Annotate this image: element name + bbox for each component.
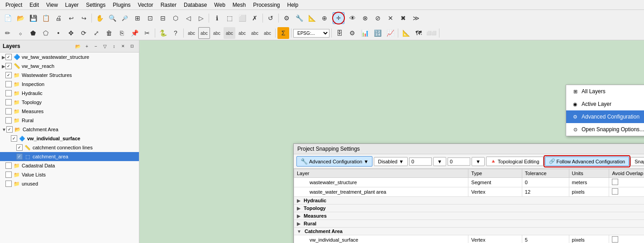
stats-btn[interactable]: 📈 (384, 27, 396, 39)
label6-btn[interactable]: abc (249, 27, 261, 39)
save-as-btn[interactable]: 📋 (40, 12, 52, 24)
layer-check-cal[interactable] (16, 153, 23, 160)
menu-database[interactable]: Database (180, 1, 210, 9)
menu-raster[interactable]: Raster (157, 1, 180, 9)
snap-trace-btn[interactable]: ⊗ (359, 12, 371, 24)
layers-sort-btn[interactable]: ↕ (110, 42, 118, 50)
layer-item-vw-reach[interactable]: ▶ 📏 vw_tww_reach (0, 62, 139, 71)
tolerance1-input[interactable] (409, 157, 432, 166)
menu-project[interactable]: Project (2, 1, 26, 9)
scale-btn[interactable]: ⤢ (91, 27, 102, 39)
select-btn[interactable]: ⬚ (224, 12, 235, 24)
zoom-out-btn[interactable]: 🔎 (119, 12, 131, 24)
raster-calc-btn[interactable]: 🔢 (372, 27, 383, 39)
paste-btn[interactable]: 📌 (129, 27, 140, 39)
deselect-btn[interactable]: ✗ (249, 12, 261, 24)
layer-check-topo[interactable] (5, 99, 12, 105)
layer-item-cadastral[interactable]: ▶ 📁 Cadastral Data (0, 161, 139, 170)
layer-check-vw-wastewater[interactable] (5, 54, 12, 60)
layer-item-unused[interactable]: ▶ 📁 unused (0, 179, 139, 188)
snap-options-btn[interactable]: 📐 (306, 12, 318, 24)
digitize-btn[interactable]: ✏ (2, 27, 14, 39)
layers-open-btn[interactable]: 📂 (74, 42, 82, 50)
table-row-rural[interactable]: ▶ Rural (294, 220, 644, 228)
menu-view[interactable]: View (43, 1, 62, 9)
zoom-next-btn[interactable]: ▷ (195, 12, 207, 24)
redo-btn[interactable]: ↪ (78, 12, 90, 24)
layers-close-btn[interactable]: ✕ (119, 42, 127, 50)
layer-check-vw-reach[interactable] (5, 63, 12, 69)
undo-btn[interactable]: ↩ (65, 12, 77, 24)
new-project-btn[interactable]: 📄 (2, 12, 14, 24)
label4-btn[interactable]: abc (224, 27, 235, 39)
help-btn[interactable]: ? (170, 27, 181, 39)
field-calc-btn[interactable]: Σ (277, 27, 289, 39)
dropdown-item-advanced-config[interactable]: ⚙ Advanced Configuration ↗ (566, 110, 644, 123)
layers-remove-btn[interactable]: − (92, 42, 100, 50)
table-row-measures[interactable]: ▶ Measures (294, 212, 644, 220)
disabled-btn[interactable]: Disabled ▼ (374, 157, 408, 166)
dropdown-item-open-snapping[interactable]: ⊙ Open Snapping Options... (566, 123, 644, 136)
select-poly-btn[interactable]: ⬜ (236, 12, 248, 24)
layer-check-rural[interactable] (5, 117, 12, 124)
processing-hist-btn[interactable]: 📊 (359, 27, 371, 39)
db-manager-btn[interactable]: 🗄 (334, 27, 345, 39)
layer-check-cc[interactable] (16, 144, 23, 151)
layer-check-ws[interactable] (5, 72, 12, 78)
table-row-vw-individual[interactable]: vw_individual_surface Vertex 5 pixels no… (294, 235, 644, 243)
layer-item-value-lists[interactable]: ▶ 📁 Value Lists (0, 170, 139, 179)
avoid-check-ws[interactable] (612, 179, 618, 185)
layers-add-btn[interactable]: + (83, 42, 91, 50)
copy-btn[interactable]: ⎘ (116, 27, 128, 39)
layer-check-hyd[interactable] (5, 90, 12, 96)
layer-item-hydraulic[interactable]: ▶ 📁 Hydraulic (0, 89, 139, 98)
snap-enable-btn[interactable]: 🔧 (293, 12, 305, 24)
zoom-full-btn[interactable]: ⊞ (132, 12, 143, 24)
layer-item-vw-wastewater[interactable]: ▶ 🔷 vw_tww_wastewater_structure (0, 52, 139, 62)
layer-item-catchment-area-layer[interactable]: ▶ ⬚ catchment_area (0, 152, 139, 161)
save-project-btn[interactable]: 💾 (27, 12, 39, 24)
polygon-btn[interactable]: ⬟ (27, 27, 39, 39)
layer-item-topology[interactable]: ▶ 📁 Topology (0, 98, 139, 107)
table-row-topology[interactable]: ▶ Topology (294, 205, 644, 212)
layer-item-measures[interactable]: ▶ 📁 Measures (0, 107, 139, 116)
layer-item-catchment-conn[interactable]: ▶ 📏 catchment connection lines (0, 143, 139, 152)
menu-mesh[interactable]: Mesh (229, 1, 249, 9)
process-btn[interactable]: ⚙ (346, 27, 358, 39)
avoid-check-wwtp[interactable] (612, 188, 618, 195)
layers-detach-btn[interactable]: ⊡ (128, 42, 136, 50)
menu-layer[interactable]: Layer (62, 1, 82, 9)
atlas-btn[interactable]: 🗺 (413, 27, 425, 39)
menu-web[interactable]: Web (210, 1, 229, 9)
label3-btn[interactable]: abc (211, 27, 223, 39)
snapping-intersection-btn[interactable]: Snapping on Intersection (630, 157, 644, 166)
delete-btn[interactable]: 🗑 (103, 27, 115, 39)
layers-filter-btn[interactable]: ▽ (101, 42, 109, 50)
layer-check-vl[interactable] (5, 172, 12, 178)
layer-item-catchment-area[interactable]: ▼ 📂 Catchment Area (0, 125, 139, 134)
move-btn[interactable]: ✥ (65, 27, 77, 39)
table-row-catchment[interactable]: ▼ Catchment Area (294, 228, 644, 235)
tolerance2-input[interactable] (448, 157, 470, 166)
avoid-check-vi[interactable] (612, 236, 618, 243)
menu-vector[interactable]: Vector (134, 1, 157, 9)
layer-check-meas[interactable] (5, 108, 12, 114)
advanced-config-btn[interactable]: 🔧 Advanced Configuration ▼ (296, 156, 372, 167)
layer-item-wastewater-structures[interactable]: ▶ 📁 Wastewater Structures (0, 71, 139, 80)
menu-edit[interactable]: Edit (26, 1, 43, 9)
dropdown-item-active-layer[interactable]: ◉ Active Layer (566, 98, 644, 110)
snap-x-btn[interactable]: ✕ (385, 12, 396, 24)
pan-map-btn[interactable]: ⬡ (170, 12, 181, 24)
menu-help[interactable]: Help (284, 1, 302, 9)
zoom-prev-btn[interactable]: ◁ (182, 12, 194, 24)
rotate-btn[interactable]: ⟳ (78, 27, 90, 39)
label5-btn[interactable]: abc (236, 27, 248, 39)
layout-mgr-btn[interactable]: 📐 (400, 27, 412, 39)
zoom-layer-btn[interactable]: ⊡ (144, 12, 156, 24)
snap-config-btn[interactable]: ⚙ (281, 12, 292, 24)
layer-check-vi[interactable] (11, 135, 17, 142)
layer-check-cad[interactable] (5, 162, 12, 169)
tolerance1-dropdown-btn[interactable]: ▼ (433, 157, 446, 166)
tile-scale-btn[interactable]: ⬜⬜ (425, 27, 437, 39)
refresh-btn[interactable]: ↺ (265, 12, 277, 24)
